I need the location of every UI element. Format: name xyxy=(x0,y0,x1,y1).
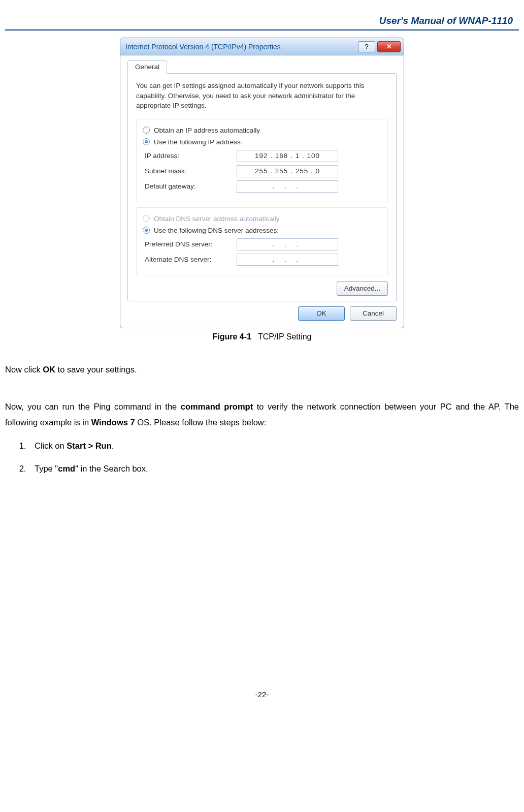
preferred-dns-input[interactable]: . . . xyxy=(237,238,338,251)
figure-caption: Figure 4-1 TCP/IP Setting xyxy=(212,332,311,341)
radio-auto-dns-label: Obtain DNS server address automatically xyxy=(154,215,280,223)
figure-title: TCP/IP Setting xyxy=(258,332,312,341)
cancel-button[interactable]: Cancel xyxy=(350,306,397,321)
tcpip-dialog: Internet Protocol Version 4 (TCP/IPv4) P… xyxy=(120,38,404,328)
radio-manual-ip-label: Use the following IP address: xyxy=(154,138,243,146)
page-number: -22- xyxy=(5,690,519,699)
radio-icon xyxy=(143,127,150,134)
figure-wrapper: Internet Protocol Version 4 (TCP/IPv4) P… xyxy=(5,38,519,341)
radio-auto-ip-label: Obtain an IP address automatically xyxy=(154,127,260,134)
tab-general[interactable]: General xyxy=(127,60,167,74)
ip-address-input[interactable]: 192 . 168 . 1 . 100 xyxy=(237,150,338,162)
alternate-dns-input[interactable]: . . . xyxy=(237,254,338,266)
advanced-button[interactable]: Advanced... xyxy=(337,282,388,296)
help-icon: ? xyxy=(365,43,368,50)
figure-number: Figure 4-1 xyxy=(212,332,251,341)
header-divider xyxy=(5,29,519,30)
close-icon: ✕ xyxy=(386,43,392,50)
dialog-titlebar: Internet Protocol Version 4 (TCP/IPv4) P… xyxy=(120,38,404,55)
ip-address-label: IP address: xyxy=(143,152,237,160)
radio-icon xyxy=(143,138,150,145)
dialog-title: Internet Protocol Version 4 (TCP/IPv4) P… xyxy=(125,43,281,51)
preferred-dns-label: Preferred DNS server: xyxy=(143,240,237,248)
page-header: User's Manual of WNAP-1110 xyxy=(5,15,519,26)
titlebar-buttons: ? ✕ xyxy=(358,41,401,52)
alternate-dns-label: Alternate DNS server: xyxy=(143,256,237,263)
radio-auto-ip[interactable]: Obtain an IP address automatically xyxy=(143,127,381,134)
radio-auto-dns: Obtain DNS server address automatically xyxy=(143,215,381,223)
radio-manual-dns[interactable]: Use the following DNS server addresses: xyxy=(143,227,381,234)
steps-list: Click on Start > Run. Type "cmd" in the … xyxy=(5,438,519,477)
default-gateway-input[interactable]: . . . xyxy=(237,180,338,193)
tabstrip: General xyxy=(127,60,397,74)
step-1: Click on Start > Run. xyxy=(28,438,519,454)
dialog-description: You can get IP settings assigned automat… xyxy=(136,81,388,111)
radio-manual-dns-label: Use the following DNS server addresses: xyxy=(154,227,279,234)
subnet-mask-label: Subnet mask: xyxy=(143,167,237,175)
radio-manual-ip[interactable]: Use the following IP address: xyxy=(143,138,381,146)
dns-group: Obtain DNS server address automatically … xyxy=(136,207,388,275)
tab-content: You can get IP settings assigned automat… xyxy=(127,73,397,301)
help-button[interactable]: ? xyxy=(358,41,375,52)
default-gateway-label: Default gateway: xyxy=(143,182,237,190)
close-button[interactable]: ✕ xyxy=(377,41,401,52)
ok-button[interactable]: OK xyxy=(298,306,345,321)
paragraph-ping: Now, you can run the Ping command in the… xyxy=(5,399,519,431)
subnet-mask-input[interactable]: 255 . 255 . 255 . 0 xyxy=(237,165,338,177)
paragraph-save-settings: Now click OK to save your settings. xyxy=(5,362,519,378)
step-2: Type "cmd" in the Search box. xyxy=(28,461,519,477)
radio-icon xyxy=(143,227,150,234)
radio-icon xyxy=(143,215,150,222)
ip-address-group: Obtain an IP address automatically Use t… xyxy=(136,119,388,202)
